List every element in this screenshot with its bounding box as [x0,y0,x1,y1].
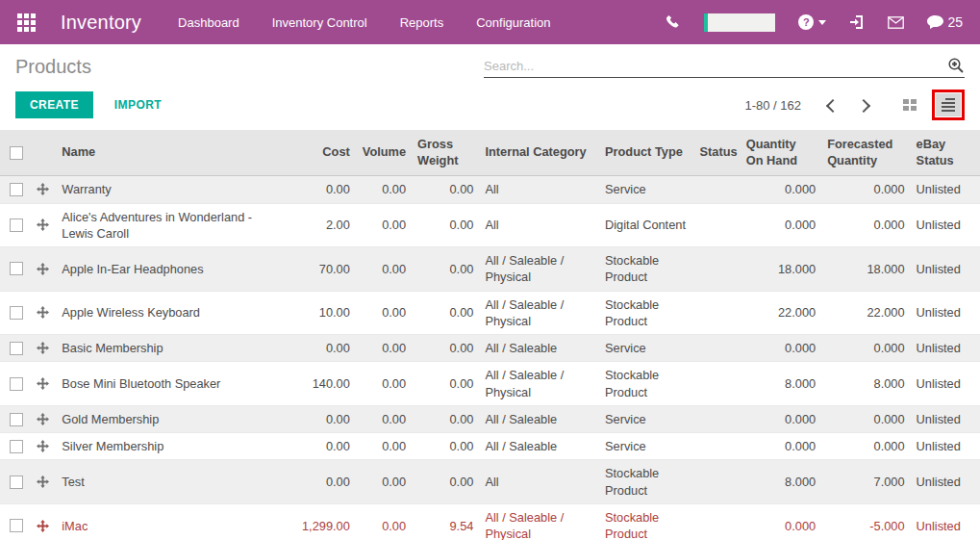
import-button[interactable]: IMPORT [114,98,162,112]
cell-name: Apple Wireless Keyboard [58,291,282,335]
phone-icon[interactable] [666,14,681,30]
table-row[interactable]: iMac 1,299.00 0.00 9.54 All / Saleable /… [0,503,980,540]
select-all-checkbox[interactable] [10,146,23,160]
drag-handle-icon[interactable] [37,219,50,231]
table-row[interactable]: Test 0.00 0.00 0.00 All Stockable Produc… [0,460,980,504]
column-header-qty-on-hand[interactable]: Quantity On Hand [742,130,823,176]
cell-ebay-status: Unlisted [913,433,980,460]
cell-forecasted-qty: 7.000 [823,460,912,504]
column-header-forecasted-qty[interactable]: Forecasted Quantity [823,130,912,176]
column-header-name[interactable]: Name [58,130,282,176]
menu-item-inventory-control[interactable]: Inventory Control [272,15,367,30]
pager-next-button[interactable] [855,94,876,116]
table-row[interactable]: Apple In-Ear Headphones 70.00 0.00 0.00 … [0,247,980,292]
cell-ebay-status: Unlisted [913,503,980,540]
search-zoom-icon[interactable] [947,57,965,74]
cell-product-type: Stockable Product [601,291,695,335]
table-row[interactable]: Basic Membership 0.00 0.00 0.00 All / Sa… [0,335,980,362]
cell-product-type: Stockable Product [601,503,695,540]
drag-handle-icon[interactable] [37,306,50,319]
cell-cost: 2.00 [282,203,357,247]
cell-ebay-status: Unlisted [913,362,980,406]
menu-item-reports[interactable]: Reports [400,15,444,30]
cell-volume: 0.00 [358,203,414,247]
cell-product-type: Stockable Product [601,247,695,292]
drag-handle-icon[interactable] [37,520,50,532]
cell-internal-category: All / Saleable [481,433,601,460]
row-checkbox[interactable] [10,476,23,489]
table-row[interactable]: Bose Mini Bluetooth Speaker 140.00 0.00 … [0,362,980,406]
drag-handle-icon[interactable] [37,377,50,390]
drag-handle-icon[interactable] [37,263,50,275]
menu-item-dashboard[interactable]: Dashboard [178,15,239,30]
column-header-internal-category[interactable]: Internal Category [481,130,601,176]
row-checkbox[interactable] [10,440,23,453]
pager-previous-button[interactable] [820,94,842,116]
cell-forecasted-qty: 0.000 [823,433,912,460]
cell-qty-on-hand: 0.000 [742,503,823,540]
cell-volume: 0.00 [358,362,414,406]
table-row[interactable]: Alice's Adventures in Wonderland - Lewis… [0,203,980,247]
row-checkbox[interactable] [10,306,23,320]
cell-ebay-status: Unlisted [913,203,980,247]
cell-gross-weight: 0.00 [414,433,481,460]
cell-volume: 0.00 [358,433,414,460]
row-checkbox[interactable] [10,262,23,275]
column-header-status[interactable]: Status [696,130,742,176]
row-checkbox[interactable] [10,342,23,355]
drag-handle-icon[interactable] [37,342,50,354]
cell-qty-on-hand: 0.000 [742,203,823,247]
row-checkbox[interactable] [10,377,23,391]
cell-volume: 0.00 [358,176,414,203]
cell-qty-on-hand: 22.000 [742,291,823,335]
menu-item-configuration[interactable]: Configuration [476,15,550,30]
cell-name: Bose Mini Bluetooth Speaker [58,362,282,406]
column-header-ebay-status[interactable]: eBay Status [913,130,980,176]
chat-counter[interactable]: 25 [927,14,963,30]
search-input[interactable] [484,59,947,73]
cell-name: Apple In-Ear Headphones [58,247,282,292]
cell-qty-on-hand: 18.000 [742,247,823,292]
cell-status [696,247,742,292]
kanban-view-button[interactable] [897,93,922,116]
search-bar [484,57,965,78]
cell-gross-weight: 0.00 [414,405,481,432]
row-checkbox[interactable] [10,183,23,196]
cell-internal-category: All [481,460,601,504]
cell-product-type: Service [601,433,695,460]
table-row[interactable]: Apple Wireless Keyboard 10.00 0.00 0.00 … [0,291,980,335]
cell-gross-weight: 0.00 [414,203,481,247]
drag-handle-icon[interactable] [37,183,50,195]
cell-name: Basic Membership [58,335,282,362]
chat-count-value: 25 [947,14,963,30]
control-panel: Products CREATE IMPORT 1-80 / 162 [0,44,980,130]
cell-internal-category: All / Saleable / Physical [481,247,601,292]
cell-status [696,405,742,432]
row-checkbox[interactable] [10,519,23,532]
column-header-cost[interactable]: Cost [282,130,357,176]
sign-in-icon[interactable] [849,14,865,30]
cell-ebay-status: Unlisted [913,291,980,335]
messages-icon[interactable] [888,16,904,29]
cell-name: Silver Membership [58,433,282,460]
apps-menu-icon[interactable] [17,13,36,32]
drag-handle-icon[interactable] [37,476,50,488]
help-menu[interactable]: ? [798,14,826,30]
column-header-volume[interactable]: Volume [358,130,414,176]
table-row[interactable]: Warranty 0.00 0.00 0.00 All Service 0.00… [0,176,980,203]
annotation-highlight-box [932,90,965,120]
list-view-button[interactable] [936,93,961,116]
table-row[interactable]: Silver Membership 0.00 0.00 0.00 All / S… [0,433,980,460]
drag-handle-icon[interactable] [37,413,50,425]
column-header-product-type[interactable]: Product Type [601,130,695,176]
cell-forecasted-qty: 18.000 [823,247,912,292]
user-menu[interactable] [704,13,775,32]
row-checkbox[interactable] [10,413,23,426]
column-header-gross-weight[interactable]: Gross Weight [414,130,481,176]
row-checkbox[interactable] [10,219,23,232]
drag-handle-icon[interactable] [37,440,50,452]
cell-qty-on-hand: 0.000 [742,405,823,432]
create-button[interactable]: CREATE [15,91,93,118]
table-row[interactable]: Gold Membership 0.00 0.00 0.00 All / Sal… [0,405,980,432]
cell-qty-on-hand: 0.000 [742,335,823,362]
